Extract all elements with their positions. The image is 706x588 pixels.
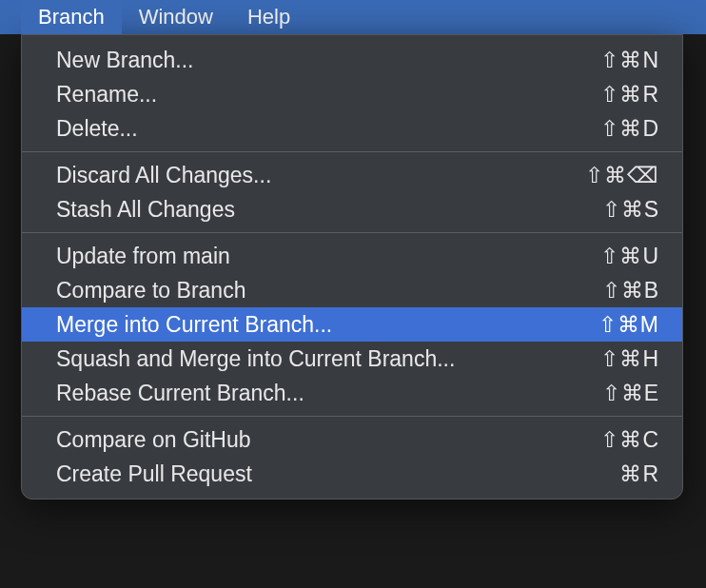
menu-item-squash-and-merge[interactable]: Squash and Merge into Current Branch... … bbox=[22, 342, 682, 376]
dropdown-menu: New Branch... ⇧⌘N Rename... ⇧⌘R Delete..… bbox=[21, 34, 683, 500]
menu-item-shortcut: ⇧⌘E bbox=[602, 381, 659, 406]
menu-item-delete[interactable]: Delete... ⇧⌘D bbox=[22, 111, 682, 146]
menubar-label: Branch bbox=[38, 5, 105, 29]
menu-item-discard-all-changes[interactable]: Discard All Changes... ⇧⌘⌫ bbox=[22, 158, 682, 192]
menu-item-shortcut: ⇧⌘H bbox=[600, 346, 659, 372]
menu-item-new-branch[interactable]: New Branch... ⇧⌘N bbox=[22, 43, 682, 77]
menu-item-rename[interactable]: Rename... ⇧⌘R bbox=[22, 77, 682, 111]
menu-item-shortcut: ⇧⌘R bbox=[600, 82, 659, 108]
menubar-label: Window bbox=[139, 5, 213, 29]
menu-item-stash-all-changes[interactable]: Stash All Changes ⇧⌘S bbox=[22, 192, 682, 226]
menu-item-shortcut: ⇧⌘B bbox=[602, 278, 659, 304]
menu-item-shortcut: ⇧⌘⌫ bbox=[585, 163, 659, 188]
menu-item-label: Delete... bbox=[56, 116, 138, 142]
menubar-item-branch[interactable]: Branch bbox=[21, 0, 122, 34]
menu-item-label: Rebase Current Branch... bbox=[56, 381, 304, 406]
menubar: Branch Window Help bbox=[0, 0, 706, 34]
menu-item-shortcut: ⇧⌘M bbox=[598, 312, 659, 338]
menu-item-shortcut: ⌘R bbox=[619, 461, 659, 487]
menu-separator bbox=[22, 416, 682, 417]
menu-separator bbox=[22, 151, 682, 152]
menu-item-compare-on-github[interactable]: Compare on GitHub ⇧⌘C bbox=[22, 422, 682, 457]
menu-item-label: Rename... bbox=[56, 82, 157, 108]
menu-item-label: Create Pull Request bbox=[56, 461, 252, 487]
menu-item-shortcut: ⇧⌘D bbox=[600, 116, 659, 142]
menubar-item-window[interactable]: Window bbox=[122, 0, 230, 34]
menu-item-rebase-current-branch[interactable]: Rebase Current Branch... ⇧⌘E bbox=[22, 376, 682, 410]
menubar-label: Help bbox=[247, 5, 290, 29]
menu-separator bbox=[22, 232, 682, 233]
menu-item-update-from-main[interactable]: Update from main ⇧⌘U bbox=[22, 239, 682, 273]
menu-item-shortcut: ⇧⌘S bbox=[602, 197, 659, 223]
menu-item-shortcut: ⇧⌘C bbox=[600, 427, 659, 453]
menu-item-label: Stash All Changes bbox=[56, 197, 235, 223]
menu-item-label: Compare to Branch bbox=[56, 278, 245, 304]
menu-item-create-pull-request[interactable]: Create Pull Request ⌘R bbox=[22, 457, 682, 491]
menu-item-label: New Branch... bbox=[56, 48, 193, 73]
menu-item-label: Merge into Current Branch... bbox=[56, 312, 332, 338]
menu-item-label: Discard All Changes... bbox=[56, 163, 271, 188]
menu-item-label: Squash and Merge into Current Branch... bbox=[56, 346, 455, 372]
menu-item-shortcut: ⇧⌘U bbox=[600, 244, 659, 269]
menu-item-label: Compare on GitHub bbox=[56, 427, 251, 453]
menu-item-shortcut: ⇧⌘N bbox=[600, 48, 659, 73]
menu-item-compare-to-branch[interactable]: Compare to Branch ⇧⌘B bbox=[22, 273, 682, 307]
menu-item-label: Update from main bbox=[56, 244, 230, 269]
menu-item-merge-into-current-branch[interactable]: Merge into Current Branch... ⇧⌘M bbox=[22, 307, 682, 342]
menubar-item-help[interactable]: Help bbox=[230, 0, 307, 34]
